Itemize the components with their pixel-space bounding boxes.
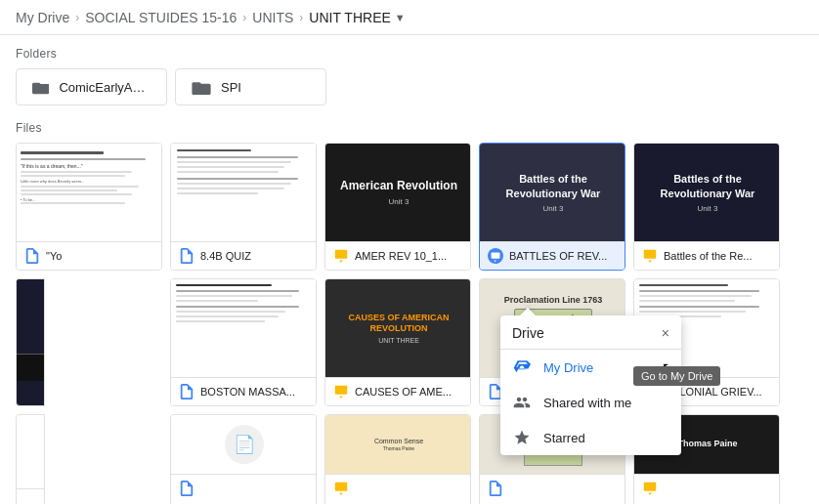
drive-popup-title: Drive: [512, 325, 544, 341]
docs-icon-bottom-1: [179, 481, 194, 496]
drive-popup-item-starred[interactable]: Starred: [500, 420, 681, 455]
file-partial-right-2[interactable]: [16, 414, 45, 504]
drive-popup-shared-label: Shared with me: [543, 396, 631, 410]
breadcrumb-sep-2: ›: [242, 11, 246, 24]
slides-icon-battles-selected: [488, 248, 503, 264]
svg-rect-4: [335, 386, 347, 395]
file-partial-right[interactable]: [16, 278, 45, 406]
breadcrumb-sep-3: ›: [299, 11, 303, 24]
file-battles-rev-selected[interactable]: Battles of theRevolutionary War Unit 3 B…: [479, 143, 625, 271]
file-bottom-1[interactable]: 📄: [170, 414, 317, 504]
file-causes-ame[interactable]: CAUSES OF AMERICAN REVOLUTION UNIT THREE…: [324, 278, 471, 406]
star-icon: [512, 428, 532, 447]
folders-label: Folders: [16, 47, 803, 61]
breadcrumb-units[interactable]: UNITS: [252, 10, 293, 25]
thumb-amer-rev-title: American Revolution: [340, 179, 457, 194]
file-name-amer-rev: AMER REV 10_1...: [355, 250, 447, 262]
svg-rect-3: [644, 250, 656, 259]
breadcrumb: My Drive › SOCIAL STUIDES 15-16 › UNITS …: [0, 0, 819, 35]
drive-icon: [512, 357, 532, 377]
file-thumb-boston: [171, 279, 317, 377]
slides-icon-thomas: [642, 481, 658, 496]
breadcrumb-social-studies[interactable]: SOCIAL STUIDES 15-16: [85, 10, 237, 25]
main-content: Folders ComicEarlyAmer... SPI Files "If …: [0, 35, 819, 504]
file-footer-proclaim: [480, 474, 625, 502]
file-name-quiz: 8.4B QUIZ: [200, 250, 251, 262]
slides-icon-battles: [642, 248, 658, 264]
svg-rect-0: [335, 250, 347, 259]
docs-icon-proclaim: [488, 481, 503, 496]
tooltip-go-to-my-drive: Go to My Drive: [633, 366, 720, 386]
folder-comic-early-amer[interactable]: ComicEarlyAmer...: [16, 68, 167, 105]
file-name-causes-ame: CAUSES OF AME...: [355, 386, 452, 398]
slides-icon-causes-ame: [333, 384, 349, 399]
file-footer-causes-ame: CAUSES OF AME...: [325, 377, 470, 405]
files-label: Files: [16, 121, 803, 135]
file-thumb-causes-ame: CAUSES OF AMERICAN REVOLUTION UNIT THREE: [325, 279, 471, 377]
slides-icon-comic2: [333, 481, 349, 496]
folder-icon-spi: [192, 79, 211, 95]
breadcrumb-dropdown-arrow[interactable]: ▼: [395, 12, 406, 23]
drive-popup-starred-label: Starred: [543, 431, 585, 445]
file-name-yo: "Yo: [46, 250, 62, 262]
file-yo[interactable]: "If this is as a dream, then..." Little …: [16, 143, 162, 271]
slides-icon-amer-rev: [333, 248, 349, 264]
svg-rect-6: [644, 483, 656, 491]
file-thumb-battles-of-re: Battles of theRevolutionary War Unit 3: [634, 144, 780, 241]
breadcrumb-my-drive[interactable]: My Drive: [16, 10, 69, 25]
drive-popup-item-shared[interactable]: Shared with me: [500, 385, 681, 420]
file-thumb-comic2: Common SenseThomas Paine: [325, 415, 471, 474]
file-footer-bottom-1: [171, 474, 316, 502]
folder-name-comic: ComicEarlyAmer...: [59, 80, 151, 95]
breadcrumb-sep-1: ›: [75, 11, 79, 24]
folder-spi[interactable]: SPI: [175, 68, 326, 105]
file-thumb-battles-selected: Battles of theRevolutionary War Unit 3: [480, 144, 625, 241]
file-name-battles-selected: BATTLES OF REV...: [509, 250, 607, 262]
drive-popup-close-button[interactable]: ×: [662, 326, 669, 340]
file-name-boston: BOSTON MASSA...: [200, 386, 295, 398]
file-thumb-yo: "If this is as a dream, then..." Little …: [17, 144, 162, 241]
folders-row: ComicEarlyAmer... SPI: [16, 68, 803, 105]
file-footer-thomas: [634, 474, 779, 502]
file-thumb-bottom-1: 📄: [171, 415, 317, 474]
file-comic2[interactable]: Common SenseThomas Paine: [324, 414, 471, 504]
thumb-amer-rev-sub: Unit 3: [389, 197, 410, 206]
file-footer-battles-of-re: Battles of the Re...: [634, 241, 779, 270]
file-name-battles-of-re: Battles of the Re...: [664, 250, 753, 262]
file-footer-quiz: 8.4B QUIZ: [171, 241, 316, 270]
drive-popup-header: Drive ×: [500, 315, 681, 350]
docs-icon: [24, 248, 40, 264]
file-footer-boston: BOSTON MASSA...: [171, 377, 316, 405]
folder-icon: [32, 79, 49, 95]
file-footer-comic2: [325, 474, 470, 502]
file-amer-rev[interactable]: American Revolution Unit 3 AMER REV 10_1…: [324, 143, 471, 271]
file-thumb-amer-rev: American Revolution Unit 3: [325, 144, 471, 241]
files-grid: "If this is as a dream, then..." Little …: [16, 143, 803, 504]
file-footer-amer-rev: AMER REV 10_1...: [325, 241, 470, 270]
docs-icon-quiz: [179, 248, 194, 264]
folder-name-spi: SPI: [221, 80, 241, 95]
file-footer-battles-selected: BATTLES OF REV...: [480, 241, 625, 270]
file-battles-of-re[interactable]: Battles of theRevolutionary War Unit 3 B…: [633, 143, 780, 271]
people-icon: [512, 393, 532, 412]
docs-icon-boston: [179, 384, 194, 399]
breadcrumb-unit-three[interactable]: UNIT THREE ▼: [309, 10, 405, 25]
drive-popup-my-drive-label: My Drive: [543, 360, 593, 375]
file-84b-quiz[interactable]: 8.4B QUIZ: [170, 143, 317, 271]
file-boston-massa[interactable]: BOSTON MASSA...: [170, 278, 317, 406]
file-footer-yo: "Yo: [17, 241, 161, 270]
svg-rect-5: [335, 483, 347, 491]
file-thumb-quiz: [171, 144, 317, 241]
svg-rect-2: [492, 252, 500, 258]
